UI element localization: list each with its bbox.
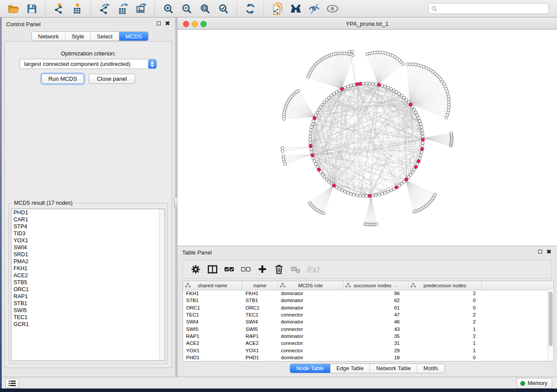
search-field[interactable] (428, 3, 549, 14)
network-node[interactable] (310, 126, 313, 129)
optimization-criterion-dropdown[interactable]: largest connected component (undirected) (20, 59, 157, 69)
find-icon[interactable] (288, 2, 303, 16)
tab-node-table[interactable]: Node Table (290, 364, 330, 373)
mcds-result-item[interactable]: GCR1 (11, 321, 165, 328)
export-network-icon[interactable] (97, 2, 112, 16)
zoom-in-icon[interactable] (161, 2, 176, 16)
cell-successor-nodes[interactable]: 29 (343, 348, 408, 353)
mcds-network-node[interactable] (395, 186, 398, 189)
network-node[interactable] (307, 76, 310, 79)
network-node[interactable] (346, 191, 349, 194)
cell-name[interactable]: YOX1 (242, 348, 278, 353)
mcds-result-item[interactable]: TEC1 (11, 314, 165, 321)
network-node[interactable] (322, 212, 325, 215)
network-node[interactable] (411, 171, 414, 174)
network-node[interactable] (330, 94, 333, 97)
cell-predecessor-nodes[interactable]: 1 (408, 327, 482, 332)
column-header-name[interactable]: name (242, 281, 278, 290)
network-node[interactable] (316, 111, 319, 114)
network-node[interactable] (321, 173, 324, 176)
cell-MCDS-role[interactable]: connector (278, 348, 343, 353)
mcds-network-node[interactable] (356, 83, 359, 86)
network-node[interactable] (421, 144, 424, 148)
mcds-result-item[interactable]: STB5 (11, 279, 165, 286)
cell-MCDS-role[interactable]: dominator (278, 298, 343, 303)
table-row[interactable]: STB1STB1dominator620 (183, 297, 548, 304)
mcds-network-node[interactable] (317, 168, 321, 172)
network-node[interactable] (349, 84, 353, 87)
network-canvas[interactable] (177, 30, 557, 246)
network-node[interactable] (362, 194, 365, 197)
cell-MCDS-role[interactable]: dominator (278, 319, 343, 324)
cell-name[interactable]: STB1 (242, 298, 278, 303)
mcds-result-item[interactable]: TID3 (11, 230, 165, 237)
cell-MCDS-role[interactable]: connector (278, 327, 343, 332)
network-node[interactable] (348, 50, 351, 53)
network-node[interactable] (409, 173, 412, 176)
network-node[interactable] (381, 84, 384, 87)
zoom-out-icon[interactable] (179, 2, 194, 16)
network-node[interactable] (419, 154, 422, 157)
tab-style[interactable]: Style (66, 32, 91, 41)
export-image-icon[interactable] (134, 2, 149, 16)
mcds-result-item[interactable]: SWI4 (11, 244, 165, 251)
network-node[interactable] (346, 85, 349, 88)
network-node[interactable] (392, 89, 395, 92)
table-row[interactable]: YOX1YOX1connector291 (183, 347, 548, 354)
network-node[interactable] (400, 182, 403, 186)
network-node[interactable] (312, 157, 315, 160)
network-node[interactable] (398, 92, 401, 95)
network-node[interactable] (321, 103, 324, 106)
cell-successor-nodes[interactable]: 61 (343, 305, 408, 310)
network-node[interactable] (374, 194, 377, 197)
column-header-MCDS-role[interactable]: MCDS role (278, 281, 343, 290)
cell-shared-name[interactable]: TEC1 (183, 312, 242, 317)
cell-MCDS-role[interactable]: dominator (278, 355, 343, 360)
network-node[interactable] (343, 190, 346, 193)
cell-MCDS-role[interactable]: dominator (278, 305, 343, 310)
cell-name[interactable]: SWI5 (242, 327, 278, 332)
network-node[interactable] (450, 132, 453, 135)
table-row[interactable]: RAP1RAP1dominator352 (183, 333, 548, 340)
search-input[interactable] (437, 4, 548, 14)
network-node[interactable] (332, 92, 336, 95)
table-row[interactable]: PHD1PHD1dominator180 (183, 354, 548, 361)
table-scrollbar-thumb[interactable] (549, 292, 553, 346)
zoom-fit-icon[interactable] (197, 2, 212, 16)
mcds-network-node[interactable] (332, 184, 336, 187)
float-table-panel-icon[interactable] (538, 250, 542, 254)
network-node[interactable] (387, 86, 390, 89)
network-node[interactable] (309, 129, 312, 132)
cell-predecessor-nodes[interactable]: 0 (408, 355, 482, 360)
network-node[interactable] (390, 87, 393, 90)
import-network-icon[interactable] (52, 2, 66, 16)
mcds-network-node[interactable] (405, 178, 408, 181)
cell-shared-name[interactable]: PHD1 (183, 355, 242, 360)
network-node[interactable] (416, 114, 419, 117)
cell-name[interactable]: RAP1 (242, 334, 278, 339)
network-node[interactable] (323, 101, 326, 104)
network-node[interactable] (413, 108, 416, 111)
network-node[interactable] (418, 120, 421, 123)
split-view-icon[interactable] (206, 263, 219, 276)
export-table-icon[interactable] (115, 2, 130, 16)
mcds-result-item[interactable]: PMA2 (11, 258, 165, 265)
network-node[interactable] (390, 189, 393, 192)
table-row[interactable]: ORC1ORC1dominator610 (183, 304, 548, 311)
tab-network-table[interactable]: Network Table (370, 364, 417, 373)
network-node[interactable] (384, 85, 387, 88)
show-all-icon[interactable] (325, 2, 340, 16)
close-table-panel-icon[interactable]: ✖ (547, 248, 551, 255)
network-node[interactable] (283, 117, 286, 120)
network-node[interactable] (309, 135, 312, 138)
cell-name[interactable]: ORC1 (242, 305, 278, 310)
table-row[interactable]: ACE2ACE2connector311 (183, 340, 548, 347)
cell-shared-name[interactable]: RAP1 (183, 334, 242, 339)
cell-successor-nodes[interactable]: 62 (343, 298, 408, 303)
mcds-network-node[interactable] (309, 144, 312, 148)
network-node[interactable] (310, 151, 313, 154)
cell-successor-nodes[interactable]: 47 (343, 312, 408, 317)
network-node[interactable] (403, 96, 406, 99)
mcds-network-node[interactable] (409, 103, 412, 107)
open-icon[interactable] (6, 2, 21, 16)
